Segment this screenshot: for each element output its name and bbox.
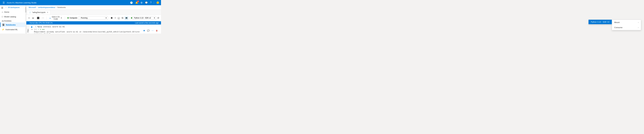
vscode-dropdown-arrow: ▾ <box>61 17 62 19</box>
files-label-text: Files <box>27 29 29 32</box>
breadcrumb-notebooks: Notebooks <box>57 6 66 8</box>
top-bar-actions: 🕐 🔔 3 ⚙ 💬 ? 😊 <box>130 1 159 4</box>
cell-output: [1] ✓ 3 sec Requirement already satisfie… <box>34 28 141 34</box>
automated-ml-icon: ⚡ <box>2 28 4 31</box>
menu-button[interactable]: ≡ <box>28 16 30 20</box>
cell-output-text: Requirement already satisfied: azure-ai-… <box>34 31 141 34</box>
sidebar-item-notebooks[interactable]: 📓 Notebooks <box>0 22 26 27</box>
restart-icon: ⟳ <box>157 17 159 19</box>
python-kernel-label: Python 3.10 - SDK v2 <box>134 17 151 19</box>
line-number: 1 <box>34 26 36 28</box>
vscode-icon: ⬥ <box>50 17 51 19</box>
comment-icon: 💬 <box>147 29 150 32</box>
hamburger-menu-icon[interactable]: ☰ <box>2 1 6 5</box>
run-cell-button[interactable]: ▶ <box>31 26 33 28</box>
star-cell-button[interactable]: ✱ <box>142 29 146 32</box>
more-options-button[interactable]: ⋯ <box>41 16 45 20</box>
breadcrumb-microsoft[interactable]: Microsoft <box>29 6 36 8</box>
toolbar: ≡ ⏭ ⬛ ⋯ ⬥ Edit in VS Code ▾ Compute: <box>26 15 161 21</box>
cell-body: 1 %pip install azure-ai-ml [1] ✓ 3 sec R… <box>34 26 141 34</box>
kernel-menu-button[interactable]: 💻 <box>124 16 128 20</box>
breadcrumb-workspace[interactable]: amlworkspacemidesa <box>38 6 55 8</box>
tab-close-button[interactable]: ✕ <box>47 11 48 13</box>
collapse-sidebar-button[interactable]: ☰ <box>1 6 3 9</box>
notification-badge: 3 <box>137 0 139 2</box>
help-icon[interactable]: ? <box>150 1 152 4</box>
run-all-icon: ⏭ <box>32 17 34 19</box>
hamburger-icon: ☰ <box>1 6 3 9</box>
sidebar: ☰ ← All workspaces ⌂ Home □ Model catalo… <box>0 5 26 34</box>
compute-value: - Running <box>80 17 88 19</box>
notebook-tab[interactable]: 📄 *adlsg2test.ipynb ✕ <box>27 10 50 15</box>
delete-cell-button[interactable]: 🗑 <box>155 29 159 32</box>
cell-controls: ▶ ▼ <box>31 26 33 34</box>
cell-code[interactable]: %pip install azure-ai-ml <box>38 26 65 28</box>
stop-button[interactable]: ⬛ <box>36 16 40 20</box>
compute-dropdown-arrow: ▾ <box>106 17 106 19</box>
divider <box>154 1 154 4</box>
compute-status-dot <box>68 17 69 18</box>
compute-selector[interactable]: - Running ▾ <box>78 16 108 20</box>
all-workspaces-link[interactable]: ← All workspaces <box>0 5 26 10</box>
copy-cell-button[interactable]: ⧉ <box>121 16 124 20</box>
files-panel-toggle[interactable]: Files <box>26 24 30 34</box>
add-markdown-button[interactable]: ◱ <box>117 16 120 20</box>
add-markdown-icon: ◱ <box>118 17 120 19</box>
comment-cell-button[interactable]: 💬 <box>146 29 150 32</box>
content-area: Microsoft › amlworkspacemidesa › Noteboo… <box>26 5 161 34</box>
add-cell-button[interactable]: + <box>114 16 116 20</box>
edit-vscode-button[interactable]: ⬥ Edit in VS Code ▾ <box>48 15 63 21</box>
cell-more-button[interactable]: ⋯ <box>151 29 154 32</box>
top-navigation-bar: ☰ Azure AI | Machine Learning Studio 🕐 🔔… <box>0 0 161 5</box>
status-bar: · Kernel idle CPU 0% RAM 1% Last saved a… <box>26 21 161 24</box>
stop-kernel-button[interactable]: ⏹ <box>110 16 114 20</box>
sidebar-item-label: Notebooks <box>6 24 16 26</box>
sidebar-scrollbar-thumb <box>25 7 26 12</box>
more-icon: ⋯ <box>42 17 44 19</box>
sidebar-item-label: Home <box>4 11 9 13</box>
feedback-icon[interactable]: 💬 <box>145 1 148 4</box>
compute-section: Compute: - Running ▾ <box>66 16 109 20</box>
kernel-status-text: · Kernel idle CPU 0% RAM 1% <box>29 22 52 24</box>
python-kernel-selector[interactable]: Python 3.10 - SDK v2 ▾ <box>133 16 156 20</box>
delete-icon: 🗑 <box>156 29 158 32</box>
expand-cell-button[interactable]: ▼ <box>31 29 33 30</box>
notifications-icon[interactable]: 🔔 3 <box>135 1 138 4</box>
breadcrumb: Microsoft › amlworkspacemidesa › Noteboo… <box>26 5 161 10</box>
star-icon: ✱ <box>143 29 145 32</box>
breadcrumb-sep-1: › <box>37 6 37 8</box>
notebooks-icon: 📓 <box>2 24 5 26</box>
restart-kernel-button[interactable]: ⟳ <box>157 16 160 20</box>
run-all-button[interactable]: ⏭ <box>31 16 35 20</box>
sidebar-item-model-catalog[interactable]: □ Model catalog <box>0 14 26 19</box>
python-dropdown-arrow: ▾ <box>154 17 155 19</box>
sidebar-scrollbar[interactable] <box>25 5 26 34</box>
toolbar-right-actions: ⏹ + ◱ ⧉ 💻 Python 3.10 - <box>110 16 160 20</box>
notebook-container: Files ▶ ▼ 1 %pip install azure-ai-ml <box>26 24 161 34</box>
tab-label: *adlsg2test.ipynb <box>32 11 45 13</box>
cell-right-actions: ✱ 💬 ⋯ 🗑 <box>142 26 159 34</box>
history-icon[interactable]: 🕐 <box>130 1 133 4</box>
compute-label: Compute: <box>70 17 78 19</box>
authoring-section-label: Authoring <box>0 19 26 22</box>
more-cell-icon: ⋯ <box>152 29 154 32</box>
execution-count: [1] <box>34 29 37 30</box>
sidebar-item-label: Automated ML <box>6 28 18 31</box>
main-layout: ☰ ← All workspaces ⌂ Home □ Model catalo… <box>0 5 161 34</box>
app-title: Azure AI | Machine Learning Studio <box>7 1 36 4</box>
sidebar-item-automated-ml[interactable]: ⚡ Automated ML <box>0 27 26 32</box>
breadcrumb-sep-2: › <box>56 6 56 8</box>
notebook-file-icon: 📄 <box>29 11 31 13</box>
back-arrow-icon: ← <box>5 6 7 8</box>
sidebar-item-home[interactable]: ⌂ Home <box>0 10 26 14</box>
add-cell-icon: + <box>114 17 116 19</box>
python-status-dot <box>131 17 132 18</box>
menu-icon: ≡ <box>28 17 30 19</box>
all-workspaces-label: All workspaces <box>8 6 20 8</box>
sidebar-item-label: Model catalog <box>4 16 16 18</box>
tab-bar: 📄 *adlsg2test.ipynb ✕ <box>26 10 161 15</box>
edit-vscode-label: Edit in VS Code <box>52 16 60 20</box>
code-cell: ▶ ▼ 1 %pip install azure-ai-ml [1] ✓ 3 s… <box>30 24 161 34</box>
settings-icon[interactable]: ⚙ <box>140 1 142 4</box>
user-avatar-icon[interactable]: 😊 <box>156 1 159 4</box>
